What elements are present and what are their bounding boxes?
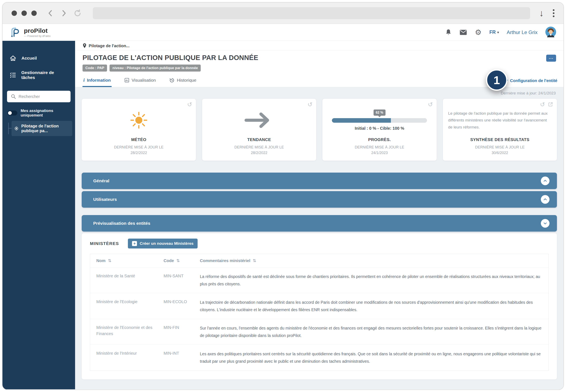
forward-icon[interactable] — [60, 9, 68, 17]
sort-icon: ⇅ — [176, 258, 180, 263]
entity-config-label: Configuration de l'entité — [510, 78, 557, 83]
cell-commentaire: La réforme des dispositifs de santé est … — [200, 273, 542, 288]
card-updated-label: DERNIÈRE MISE À JOUR LE — [234, 145, 284, 150]
download-icon[interactable]: ↓ — [539, 9, 544, 18]
tab-label: Visualisation — [132, 78, 156, 83]
cell-code: MIN-FIN — [164, 324, 195, 331]
target-icon — [14, 126, 18, 131]
accordion-utilisateurs[interactable]: Utilisateurs — [82, 191, 557, 208]
ministries-table: Nom ⇅ Code ⇅ Commentaires ministériel ⇅ — [90, 254, 549, 371]
browser-window: ↓ proPilot — Powered by dFakto ⚙ — [2, 2, 564, 390]
accordion-label: Prévisualisation des entités — [93, 221, 150, 226]
browser-menu-icon[interactable] — [553, 9, 554, 17]
breadcrumb[interactable]: Pilotage de l'action... — [75, 41, 564, 51]
app-header: proPilot — Powered by dFakto ⚙ FR ▾ Arth… — [2, 24, 564, 41]
back-icon[interactable] — [46, 9, 55, 17]
history-icon — [169, 78, 174, 83]
accordion-label: Utilisateurs — [93, 197, 117, 202]
entity-config-link[interactable]: ⚙⚙ Configuration de l'entité — [504, 78, 557, 83]
url-bar[interactable] — [93, 7, 530, 19]
history-icon[interactable]: ↺ — [308, 102, 312, 108]
breadcrumb-label: Pilotage de l'action... — [89, 43, 129, 48]
chevron-down-icon: ▾ — [497, 30, 499, 34]
column-header-nom[interactable]: Nom ⇅ — [96, 258, 158, 263]
assignments-toggle[interactable] — [7, 111, 17, 115]
accordion-label: Général — [93, 178, 109, 183]
tab-historique[interactable]: Historique — [169, 74, 197, 87]
cell-nom: Ministère de l'Ecologie — [96, 299, 158, 305]
column-header-commentaires[interactable]: Commentaires ministériel ⇅ — [200, 258, 542, 263]
sidebar-tree-item-pilotage[interactable]: Pilotage de l'action publique pa... — [12, 121, 72, 136]
tree-guide-line — [8, 123, 12, 134]
chevron-down-icon — [541, 219, 550, 228]
last-updated-text: Dernière mise à jour: 24/1/2023 — [82, 91, 556, 96]
cell-code: MIN-SANT — [164, 273, 195, 279]
cell-commentaire: Les axes des politiques prioritaires son… — [200, 350, 542, 365]
cell-code: MIN-INT — [164, 350, 195, 356]
sidebar-item-label: Accueil — [21, 56, 37, 61]
mail-icon[interactable] — [460, 29, 467, 35]
card-title: MÉTÉO — [131, 137, 146, 142]
window-control-dot[interactable] — [31, 11, 37, 16]
page-title: PILOTAGE DE L'ACTION PUBLIQUE PAR LA DON… — [83, 54, 556, 62]
card-updated-date: 24/1/2023 — [355, 150, 404, 156]
column-header-code[interactable]: Code ⇅ — [164, 258, 195, 263]
chevron-up-icon — [541, 177, 550, 185]
propilot-logo-icon — [10, 27, 21, 38]
card-updated-date: 30/6/2022 — [475, 150, 524, 156]
sidebar-item-accueil[interactable]: Accueil — [2, 51, 75, 66]
window-control-dot[interactable] — [12, 11, 17, 16]
task-list-icon — [10, 72, 16, 78]
progress-value-tooltip: 62 % — [374, 110, 385, 116]
title-block: PILOTAGE DE L'ACTION PUBLIQUE PAR LA DON… — [75, 51, 564, 74]
language-code: FR — [489, 29, 496, 35]
search-icon — [11, 94, 16, 100]
progress-fill — [332, 118, 391, 123]
progress-card: ↺ 62 % Initial : 0 % - Cible: 100 % PROG… — [322, 99, 437, 161]
bell-icon[interactable] — [445, 29, 452, 36]
history-icon[interactable]: ↺ — [187, 102, 192, 108]
annotation-badge-1: 1 — [486, 69, 508, 91]
tree-item-label: Pilotage de l'action publique pa... — [21, 124, 69, 133]
progress-range-label: Initial : 0 % - Cible: 100 % — [355, 126, 404, 131]
brand-subtitle: — Powered by dFakto — [24, 34, 51, 38]
sidebar-item-task-manager[interactable]: Gestionnaire de tâches — [2, 66, 75, 84]
accordion-previsualisation[interactable]: Prévisualisation des entités — [82, 215, 557, 232]
browser-chrome: ↓ — [2, 2, 564, 24]
brand-name: proPilot — [24, 27, 51, 34]
accordion-general[interactable]: Général — [82, 173, 557, 189]
table-row[interactable]: Ministère de l'Intérieur MIN-INT Les axe… — [90, 345, 549, 370]
plus-icon: + — [132, 241, 137, 246]
gear-icon[interactable]: ⚙ — [475, 29, 481, 36]
map-pin-icon — [83, 43, 87, 48]
chart-icon — [124, 78, 129, 83]
level-badge: niveau : Pilotage de l'action publique p… — [110, 65, 201, 71]
search-input[interactable] — [7, 91, 71, 102]
trend-arrow-icon — [244, 112, 275, 129]
more-options-button[interactable]: ... — [546, 55, 556, 62]
card-updated-label: DERNIÈRE MISE À JOUR LE — [475, 145, 524, 150]
external-link-icon[interactable] — [548, 102, 553, 108]
code-badge: Code : PAP — [83, 65, 107, 71]
table-row[interactable]: Ministère de la Santé MIN-SANT La réform… — [90, 267, 549, 293]
refresh-icon[interactable] — [73, 9, 82, 17]
user-name[interactable]: Arthur Le Grix — [507, 29, 538, 35]
avatar[interactable] — [545, 27, 556, 38]
synthesis-text: Le pilotage de l'action publique par la … — [448, 110, 552, 130]
tab-visualisation[interactable]: Visualisation — [124, 74, 157, 87]
history-icon[interactable]: ↺ — [540, 102, 545, 108]
cell-nom: Ministère de la Santé — [96, 273, 158, 279]
weather-card: ↺ MÉT — [82, 99, 196, 161]
history-icon[interactable]: ↺ — [428, 102, 433, 108]
tab-information[interactable]: i Information — [83, 74, 112, 87]
tab-label: Historique — [177, 78, 196, 83]
table-row[interactable]: Ministère de l'Economie et des Finances … — [90, 319, 549, 345]
table-row[interactable]: Ministère de l'Ecologie MIN-ECOLO La tra… — [90, 293, 549, 319]
window-control-dot[interactable] — [21, 11, 27, 16]
language-selector[interactable]: FR ▾ — [489, 29, 499, 35]
sidebar: Accueil Gestionnaire de tâches Mes assig… — [2, 41, 75, 389]
create-ministry-label: Créer un nouveau Ministères — [140, 241, 194, 246]
card-updated-label: DERNIÈRE MISE À JOUR LE — [114, 145, 164, 150]
home-icon — [10, 55, 16, 61]
create-ministry-button[interactable]: + Créer un nouveau Ministères — [128, 238, 198, 249]
